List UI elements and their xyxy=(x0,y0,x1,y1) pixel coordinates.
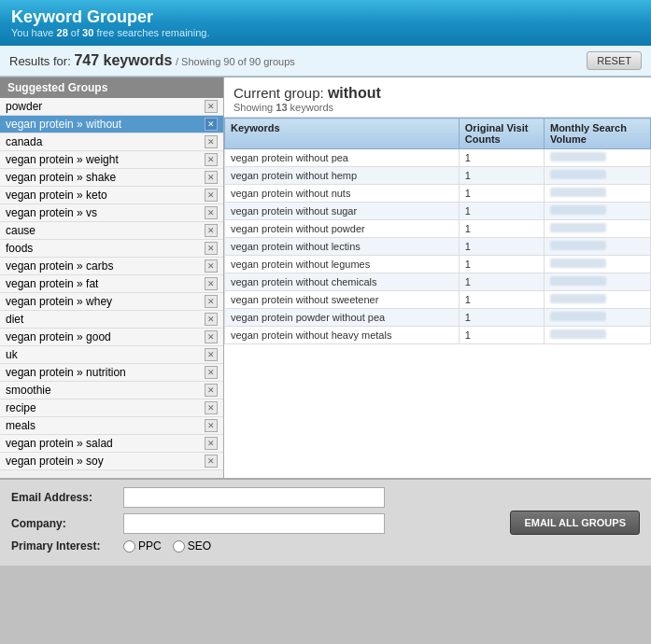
email-input[interactable] xyxy=(123,487,385,508)
sidebar-item-close-icon-2[interactable]: ✕ xyxy=(205,135,218,148)
sidebar: Suggested Groups powder✕vegan protein » … xyxy=(0,77,224,478)
monthly-cell xyxy=(544,238,650,256)
sidebar-item-1[interactable]: vegan protein » without✕ xyxy=(0,116,223,133)
sidebar-item-9[interactable]: vegan protein » carbs✕ xyxy=(0,258,223,275)
visits-cell: 1 xyxy=(459,185,544,203)
sidebar-item-close-icon-19[interactable]: ✕ xyxy=(205,437,218,450)
radio-group: PPC SEO xyxy=(123,539,211,553)
sidebar-item-close-icon-12[interactable]: ✕ xyxy=(205,313,218,326)
blurred-value xyxy=(550,205,606,215)
sidebar-item-close-icon-1[interactable]: ✕ xyxy=(205,118,218,131)
sidebar-item-close-icon-17[interactable]: ✕ xyxy=(205,401,218,414)
sidebar-item-19[interactable]: vegan protein » salad✕ xyxy=(0,435,223,453)
sidebar-item-close-icon-18[interactable]: ✕ xyxy=(205,419,218,432)
table-row: vegan protein without pea1 xyxy=(225,149,651,167)
email-form-row: Email Address: xyxy=(11,487,499,508)
sidebar-item-close-icon-10[interactable]: ✕ xyxy=(205,277,218,290)
keyword-cell: vegan protein without heavy metals xyxy=(225,327,460,344)
right-panel: Current group: without Showing 13 keywor… xyxy=(224,77,651,478)
keyword-cell: vegan protein without chemicals xyxy=(225,273,460,291)
table-row: vegan protein without sweetener1 xyxy=(225,291,651,309)
table-row: vegan protein without heavy metals1 xyxy=(225,327,651,344)
monthly-cell xyxy=(544,291,650,309)
table-row: vegan protein without powder1 xyxy=(225,220,651,238)
email-label: Email Address: xyxy=(11,491,123,504)
sidebar-item-0[interactable]: powder✕ xyxy=(0,98,223,116)
email-row: Email Address: Company: Primary Interest… xyxy=(11,487,640,558)
keyword-cell: vegan protein powder without pea xyxy=(225,309,460,327)
sidebar-item-close-icon-5[interactable]: ✕ xyxy=(205,189,218,202)
ppc-radio[interactable] xyxy=(123,540,135,553)
seo-radio[interactable] xyxy=(173,540,185,553)
blurred-value xyxy=(550,329,606,339)
sidebar-item-17[interactable]: recipe✕ xyxy=(0,399,223,417)
ppc-radio-label[interactable]: PPC xyxy=(123,539,162,553)
monthly-cell xyxy=(544,273,650,291)
sidebar-item-close-icon-7[interactable]: ✕ xyxy=(205,224,218,237)
blurred-value xyxy=(550,170,606,179)
table-row: vegan protein powder without pea1 xyxy=(225,309,651,327)
sidebar-item-12[interactable]: diet✕ xyxy=(0,311,223,329)
interest-form-row: Primary Interest: PPC SEO xyxy=(11,539,499,553)
company-form-row: Company: xyxy=(11,513,499,534)
sidebar-item-close-icon-16[interactable]: ✕ xyxy=(205,384,218,397)
sidebar-item-close-icon-14[interactable]: ✕ xyxy=(205,348,218,361)
keyword-table: Keywords Original Visit Counts Monthly S… xyxy=(224,118,651,478)
subtitle-post: free searches remaining. xyxy=(93,27,209,38)
sidebar-item-close-icon-11[interactable]: ✕ xyxy=(205,295,218,308)
sidebar-item-close-icon-8[interactable]: ✕ xyxy=(205,242,218,255)
sidebar-item-close-icon-13[interactable]: ✕ xyxy=(205,330,218,343)
sidebar-item-15[interactable]: vegan protein » nutrition✕ xyxy=(0,364,223,382)
sidebar-item-6[interactable]: vegan protein » vs✕ xyxy=(0,204,223,222)
sidebar-item-18[interactable]: meals✕ xyxy=(0,417,223,435)
blurred-value xyxy=(550,259,606,268)
company-input[interactable] xyxy=(123,513,385,534)
sidebar-item-8[interactable]: foods✕ xyxy=(0,240,223,258)
searches-used: 28 xyxy=(57,27,68,38)
blurred-value xyxy=(550,312,606,321)
monthly-cell xyxy=(544,220,650,238)
sidebar-item-11[interactable]: vegan protein » whey✕ xyxy=(0,293,223,311)
sidebar-item-20[interactable]: vegan protein » soy✕ xyxy=(0,453,223,470)
header: Keyword Grouper You have 28 of 30 free s… xyxy=(0,0,651,46)
group-subtitle: Showing 13 keywords xyxy=(234,102,642,113)
sidebar-item-close-icon-20[interactable]: ✕ xyxy=(205,455,218,468)
monthly-cell xyxy=(544,327,650,344)
monthly-cell xyxy=(544,149,650,167)
sidebar-item-close-icon-15[interactable]: ✕ xyxy=(205,366,218,379)
reset-button[interactable]: RESET xyxy=(587,51,642,70)
blurred-value xyxy=(550,223,606,232)
sidebar-item-close-icon-4[interactable]: ✕ xyxy=(205,171,218,184)
sidebar-item-3[interactable]: vegan protein » weight✕ xyxy=(0,151,223,169)
keyword-cell: vegan protein without legumes xyxy=(225,256,460,273)
monthly-cell xyxy=(544,185,650,203)
keywords-table: Keywords Original Visit Counts Monthly S… xyxy=(224,118,651,344)
monthly-cell xyxy=(544,167,650,185)
sidebar-item-text-13: vegan protein » good xyxy=(6,330,201,343)
col-original: Original Visit Counts xyxy=(459,119,544,149)
sidebar-item-close-icon-3[interactable]: ✕ xyxy=(205,153,218,166)
sidebar-item-text-9: vegan protein » carbs xyxy=(6,259,201,273)
sidebar-item-16[interactable]: smoothie✕ xyxy=(0,382,223,399)
sidebar-item-4[interactable]: vegan protein » shake✕ xyxy=(0,169,223,187)
visits-cell: 1 xyxy=(459,167,544,185)
sidebar-item-close-icon-9[interactable]: ✕ xyxy=(205,259,218,273)
sidebar-item-text-1: vegan protein » without xyxy=(6,118,201,131)
sidebar-item-close-icon-6[interactable]: ✕ xyxy=(205,206,218,219)
sidebar-item-14[interactable]: uk✕ xyxy=(0,346,223,364)
email-all-button[interactable]: EMAIL ALL GROUPS xyxy=(510,511,640,535)
sidebar-item-10[interactable]: vegan protein » fat✕ xyxy=(0,275,223,293)
sidebar-item-2[interactable]: canada✕ xyxy=(0,133,223,151)
app-title: Keyword Grouper xyxy=(11,7,640,27)
sidebar-item-13[interactable]: vegan protein » good✕ xyxy=(0,329,223,346)
keyword-cell: vegan protein without lectins xyxy=(225,238,460,256)
monthly-cell xyxy=(544,203,650,220)
sidebar-item-text-12: diet xyxy=(6,313,201,326)
sidebar-item-7[interactable]: cause✕ xyxy=(0,222,223,240)
sidebar-item-text-17: recipe xyxy=(6,401,201,414)
visits-cell: 1 xyxy=(459,238,544,256)
sidebar-item-5[interactable]: vegan protein » keto✕ xyxy=(0,187,223,204)
seo-radio-label[interactable]: SEO xyxy=(173,539,211,553)
blurred-value xyxy=(550,188,606,197)
sidebar-item-close-icon-0[interactable]: ✕ xyxy=(205,100,218,113)
